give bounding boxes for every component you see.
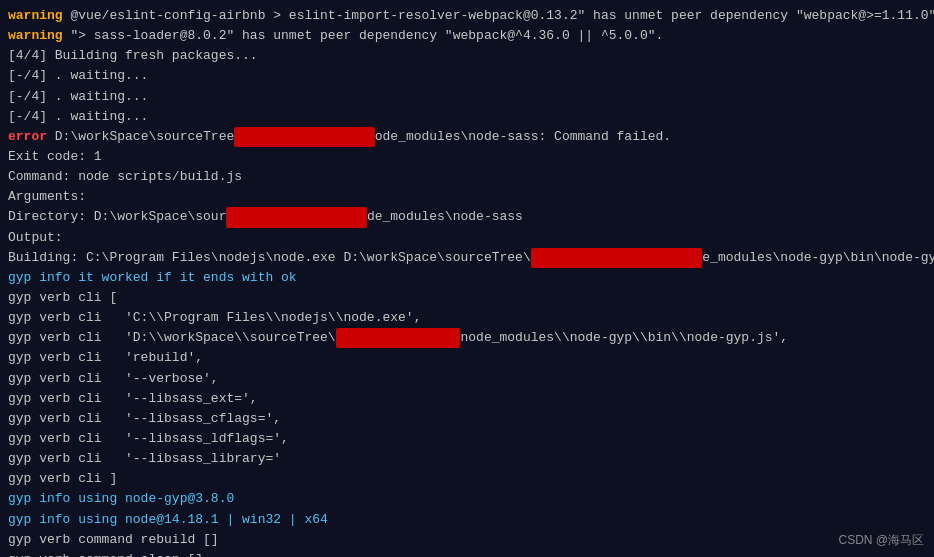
line-7: error D:\workSpace\sourceTreeXXXXXXXXXXX… [8,127,926,147]
line-17: gyp verb cli 'D:\\workSpace\\sourceTree\… [8,328,926,348]
line-2: warning "> sass-loader@8.0.2" has unmet … [8,26,926,46]
line-18: gyp verb cli 'rebuild', [8,348,926,368]
redact-4: XXXXXXXXXXXXXXXX [336,328,461,348]
error-label: error [8,129,55,144]
terminal-window: warning @vue/eslint-config-airbnb > esli… [0,0,934,557]
line-13: Building: C:\Program Files\nodejs\node.e… [8,248,926,268]
line-25: gyp info using node-gyp@3.8.0 [8,489,926,509]
line-19: gyp verb cli '--verbose', [8,369,926,389]
watermark: CSDN @海马区 [838,532,924,549]
line-14: gyp info it worked if it ends with ok [8,268,926,288]
line-21: gyp verb cli '--libsass_cflags=', [8,409,926,429]
warning-label-2: warning [8,28,63,43]
line-11: Directory: D:\workSpace\sourXXXXXXXXXXXX… [8,207,926,227]
line-27: gyp verb command rebuild [] [8,530,926,550]
line-26: gyp info using node@14.18.1 | win32 | x6… [8,510,926,530]
line-10: Arguments: [8,187,926,207]
redact-3: XXXXXXXXXXXXXXXXXXXXXX [531,248,703,268]
line-1: warning @vue/eslint-config-airbnb > esli… [8,6,926,26]
line-5: [-/4] . waiting... [8,87,926,107]
line-4: [-/4] . waiting... [8,66,926,86]
line-28: gyp verb command clean [] [8,550,926,557]
line-12: Output: [8,228,926,248]
line-9: Command: node scripts/build.js [8,167,926,187]
line-16: gyp verb cli 'C:\\Program Files\\nodejs\… [8,308,926,328]
line-8: Exit code: 1 [8,147,926,167]
line-24: gyp verb cli ] [8,469,926,489]
warning-label-1: warning [8,8,63,23]
line-3: [4/4] Building fresh packages... [8,46,926,66]
line-23: gyp verb cli '--libsass_library=' [8,449,926,469]
line-22: gyp verb cli '--libsass_ldflags=', [8,429,926,449]
redact-2: XXXXXXXXXXXXXXXXXX [226,207,366,227]
line-20: gyp verb cli '--libsass_ext=', [8,389,926,409]
line-6: [-/4] . waiting... [8,107,926,127]
redact-1: XXXXXXXXXXXXXXXXXX [234,127,374,147]
line-15: gyp verb cli [ [8,288,926,308]
